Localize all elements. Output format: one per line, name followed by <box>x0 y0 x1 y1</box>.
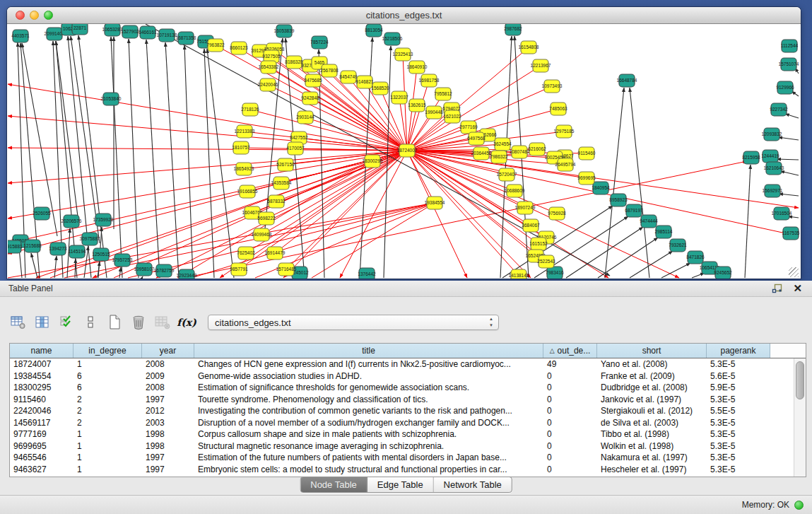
cell-name[interactable]: 19384554 <box>10 371 73 381</box>
graph-node[interactable]: 16871358 <box>176 32 196 45</box>
graph-node[interactable]: 1362615 <box>408 99 426 112</box>
graph-node[interactable]: 8186328 <box>285 56 303 69</box>
graph-node[interactable]: 3684067 <box>522 219 540 232</box>
cell-out_degree[interactable]: 0 <box>543 441 597 451</box>
cell-pagerank[interactable]: 5.3E-5 <box>707 441 770 451</box>
cell-title[interactable]: Embryonic stem cells: a model to study s… <box>194 465 543 474</box>
graph-node[interactable]: 19384554 <box>425 197 445 209</box>
cell-in_degree[interactable]: 6 <box>73 371 142 381</box>
cell-in_degree[interactable]: 1 <box>73 441 142 451</box>
cell-short[interactable]: Nakamura et al. (1997) <box>597 452 707 462</box>
cell-in_degree[interactable]: 2 <box>73 406 142 416</box>
graph-node[interactable]: 14099468 <box>252 228 272 241</box>
cell-in_degree[interactable]: 2 <box>73 395 142 404</box>
select-all-rows-button[interactable] <box>58 313 75 332</box>
graph-node[interactable]: 2903144 <box>296 111 314 124</box>
cell-pagerank[interactable]: 5.9E-5 <box>707 382 770 392</box>
cell-out_degree[interactable]: 0 <box>543 395 597 404</box>
graph-node[interactable]: 1615152 <box>529 238 548 250</box>
graph-node[interactable]: 10973493 <box>542 80 563 93</box>
column-header-title[interactable]: title <box>194 344 543 358</box>
cell-name[interactable]: 18724007 <box>10 359 73 369</box>
graph-node[interactable]: 14138141 <box>509 269 529 279</box>
graph-node[interactable]: 2985114 <box>655 226 673 238</box>
deselect-rows-button[interactable] <box>82 313 99 332</box>
cell-year[interactable]: 2012 <box>142 406 194 416</box>
cell-short[interactable]: Franke et al. (2009) <box>597 371 707 381</box>
cell-year[interactable]: 2009 <box>142 371 194 381</box>
cell-out_degree[interactable]: 0 <box>543 418 597 428</box>
column-header-year[interactable]: year <box>142 344 194 358</box>
graph-node[interactable]: 26495794 <box>555 158 576 171</box>
cell-year[interactable]: 1997 <box>142 465 194 474</box>
graph-node[interactable]: 1215688 <box>23 240 42 252</box>
cell-year[interactable]: 2003 <box>142 418 194 428</box>
tab-edge-table[interactable]: Edge Table <box>367 477 434 492</box>
graph-node[interactable]: 17016504 <box>772 207 792 220</box>
cell-title[interactable]: Genome-wide association studies in ADHD. <box>194 371 543 381</box>
graph-node[interactable]: 7625402 <box>237 247 255 259</box>
column-header-short[interactable]: short <box>597 344 707 358</box>
table-row[interactable]: 911546021997Tourette syndrome. Phenomeno… <box>10 394 794 406</box>
cell-out_degree[interactable]: 0 <box>543 371 597 381</box>
graph-node[interactable]: 5698222 <box>257 212 276 225</box>
network-canvas[interactable]: 4403571209914061062422871106532871527902… <box>8 24 800 279</box>
cell-year[interactable]: 1998 <box>142 441 194 451</box>
graph-node[interactable]: 12093832 <box>762 128 782 141</box>
network-window-titlebar[interactable]: citations_edges.txt <box>7 7 801 24</box>
graph-node[interactable]: 1810757 <box>232 141 250 154</box>
graph-node[interactable]: 1250515 <box>92 248 110 261</box>
minimize-window-button[interactable] <box>30 11 39 20</box>
graph-node[interactable]: 16543382 <box>259 61 279 74</box>
graph-node[interactable]: 9756928 <box>548 207 566 220</box>
close-window-button[interactable] <box>16 11 25 20</box>
table-row[interactable]: 1872400712008Changes of HCN gene express… <box>10 358 794 370</box>
graph-node[interactable]: 19166855 <box>237 185 258 198</box>
graph-node[interactable]: 22420046 <box>258 78 278 91</box>
cell-name[interactable]: 22420046 <box>10 406 73 416</box>
scrollbar-thumb[interactable] <box>796 361 804 399</box>
graph-node[interactable]: 12213383 <box>235 125 255 138</box>
graph-node[interactable]: 18724007 <box>397 144 418 157</box>
table-row[interactable]: 969969511998Structural magnetic resonanc… <box>10 440 794 452</box>
cell-name[interactable]: 9465546 <box>10 452 73 462</box>
column-header-in_degree[interactable]: in_degree <box>73 344 142 358</box>
cell-in_degree[interactable]: 1 <box>73 465 142 474</box>
graph-node[interactable]: 2977169 <box>459 121 478 134</box>
graph-node[interactable]: 8454749 <box>339 71 358 83</box>
graph-node[interactable]: 16914479 <box>265 247 286 259</box>
graph-node[interactable]: 1527902 <box>121 25 139 38</box>
cell-name[interactable]: 18300295 <box>10 382 73 392</box>
graph-node[interactable]: 1568520 <box>371 82 389 95</box>
table-row[interactable]: 1938455462009Genome-wide association stu… <box>10 370 794 382</box>
graph-node[interactable]: 9699695 <box>577 172 596 185</box>
graph-node[interactable]: 17359928 <box>93 214 114 226</box>
graph-node[interactable]: 1621022 <box>443 110 461 123</box>
graph-node[interactable]: 16210643 <box>764 162 784 175</box>
graph-node[interactable]: 30975887 <box>80 233 100 245</box>
cell-name[interactable]: 14569117 <box>10 418 73 428</box>
graph-node[interactable]: 18654923 <box>234 163 254 175</box>
cell-year[interactable]: 2008 <box>142 382 194 392</box>
column-header-pagerank[interactable]: pagerank <box>707 344 770 358</box>
graph-node[interactable]: 9129966 <box>776 81 794 94</box>
cell-pagerank[interactable]: 5.3E-5 <box>707 359 770 369</box>
cell-short[interactable]: de Silva et al. (2003) <box>597 418 707 428</box>
graph-node[interactable]: 3915881 <box>8 240 23 253</box>
graph-node[interactable]: 10653287 <box>102 24 123 36</box>
graph-node[interactable]: 1112544 <box>781 40 799 52</box>
graph-node[interactable]: 16648784 <box>617 74 637 87</box>
table-settings-button[interactable] <box>10 313 27 332</box>
graph-node[interactable]: 9227342 <box>770 103 788 116</box>
graph-node[interactable]: 9474444 <box>640 215 658 228</box>
graph-node[interactable]: 18907249 <box>515 201 536 214</box>
cell-title[interactable]: Tourette syndrome. Phenomenology and cla… <box>194 395 543 404</box>
cell-name[interactable]: 9463627 <box>10 465 73 474</box>
graph-node[interactable]: 5267150 <box>276 158 295 171</box>
graph-node[interactable]: 6879197 <box>625 204 643 217</box>
graph-node[interactable]: 8958923 <box>609 194 628 206</box>
cell-out_degree[interactable]: 0 <box>543 429 597 439</box>
graph-node[interactable]: 15218506 <box>382 33 403 45</box>
cell-year[interactable]: 1997 <box>142 395 194 404</box>
cell-short[interactable]: Tibbo et al. (1998) <box>597 429 707 439</box>
